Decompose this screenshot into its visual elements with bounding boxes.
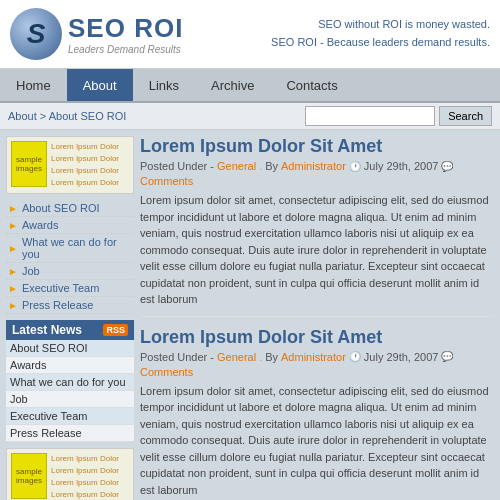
comment-icon-2: 💬	[441, 351, 453, 362]
bullet-icon: ►	[8, 283, 18, 294]
sidebar-item-press-release[interactable]: ► Press Release	[6, 297, 134, 314]
sample-box-bottom: sampleimages	[11, 453, 47, 499]
sidebar-menu: ► About SEO ROI ► Awards ► What we can d…	[6, 200, 134, 314]
post-1-author[interactable]: Administrator	[281, 160, 346, 172]
latest-news-label: Latest News	[12, 323, 82, 337]
sidebar-item-job[interactable]: ► Job	[6, 263, 134, 280]
post-2-title: Lorem Ipsum Dolor Sit Amet	[140, 327, 494, 348]
latest-news-header: Latest News RSS	[6, 320, 134, 340]
post-1-title: Lorem Ipsum Dolor Sit Amet	[140, 136, 494, 157]
logo-icon: S	[10, 8, 62, 60]
comment-icon: 💬	[441, 161, 453, 172]
nav-home[interactable]: Home	[0, 69, 67, 101]
post-2-comments[interactable]: Comments	[140, 366, 193, 378]
bullet-icon: ►	[8, 266, 18, 277]
sample-box-top: sampleimages	[11, 141, 47, 187]
search-button[interactable]: Search	[439, 106, 492, 126]
news-item-executive[interactable]: Executive Team	[6, 408, 134, 425]
post-2-category[interactable]: General	[217, 351, 256, 363]
clock-icon-2: 🕐	[349, 351, 361, 362]
sidebar-item-executive-team[interactable]: ► Executive Team	[6, 280, 134, 297]
news-item-job[interactable]: Job	[6, 391, 134, 408]
main: sampleimages Lorem Ipsum DolorLorem Ipsu…	[0, 130, 500, 500]
breadcrumb-bar: About > About SEO ROI Search	[0, 103, 500, 130]
rss-icon[interactable]: RSS	[103, 324, 128, 336]
content: Lorem Ipsum Dolor Sit Amet Posted Under …	[140, 136, 494, 500]
post-1-meta: Posted Under - General . By Administrato…	[140, 160, 494, 187]
post-1-meta-under: Posted Under -	[140, 160, 214, 172]
post-2-meta: Posted Under - General . By Administrato…	[140, 351, 494, 378]
sidebar-item-what-we-can-do[interactable]: ► What we can do for you	[6, 234, 134, 263]
nav-about[interactable]: About	[67, 69, 133, 101]
search-input[interactable]	[305, 106, 435, 126]
logo-letter: S	[27, 18, 46, 50]
news-item-awards[interactable]: Awards	[6, 357, 134, 374]
logo-area: S SEO ROI Leaders Demand Results	[10, 8, 183, 60]
sidebar: sampleimages Lorem Ipsum DolorLorem Ipsu…	[6, 136, 134, 500]
bullet-icon: ►	[8, 243, 18, 254]
nav: Home About Links Archive Contacts	[0, 69, 500, 103]
search-area: Search	[305, 106, 492, 126]
bullet-icon: ►	[8, 220, 18, 231]
news-item-about[interactable]: About SEO ROI	[6, 340, 134, 357]
post-1-body: Lorem ipsum dolor sit amet, consectetur …	[140, 192, 494, 308]
post-1: Lorem Ipsum Dolor Sit Amet Posted Under …	[140, 136, 494, 317]
post-2-body: Lorem ipsum dolor sit amet, consectetur …	[140, 383, 494, 499]
post-1-date: July 29th, 2007	[364, 160, 439, 172]
sidebar-lorem-lines-top: Lorem Ipsum DolorLorem Ipsum DolorLorem …	[51, 141, 119, 189]
tagline2: SEO ROI - Because leaders demand results…	[271, 34, 490, 52]
post-2-author[interactable]: Administrator	[281, 351, 346, 363]
logo-subtitle: Leaders Demand Results	[68, 44, 183, 55]
bullet-icon: ►	[8, 203, 18, 214]
post-2-date: July 29th, 2007	[364, 351, 439, 363]
post-1-by: By	[265, 160, 278, 172]
logo-title: SEO ROI	[68, 13, 183, 44]
sidebar-item-about-seo-roi[interactable]: ► About SEO ROI	[6, 200, 134, 217]
post-2-by: By	[265, 351, 278, 363]
latest-news-list: About SEO ROI Awards What we can do for …	[6, 340, 134, 442]
sample-image-bottom: sampleimages Lorem Ipsum DolorLorem Ipsu…	[6, 448, 134, 500]
tagline1: SEO without ROI is money wasted.	[271, 16, 490, 34]
logo-text: SEO ROI Leaders Demand Results	[68, 13, 183, 55]
nav-archive[interactable]: Archive	[195, 69, 270, 101]
breadcrumb: About > About SEO ROI	[8, 110, 126, 122]
clock-icon: 🕐	[349, 161, 361, 172]
header-taglines: SEO without ROI is money wasted. SEO ROI…	[271, 16, 490, 51]
sidebar-item-awards[interactable]: ► Awards	[6, 217, 134, 234]
header: S SEO ROI Leaders Demand Results SEO wit…	[0, 0, 500, 69]
sidebar-lorem-lines-bottom: Lorem Ipsum DolorLorem Ipsum DolorLorem …	[51, 453, 119, 500]
post-1-comments[interactable]: Comments	[140, 175, 193, 187]
sample-image-top: sampleimages Lorem Ipsum DolorLorem Ipsu…	[6, 136, 134, 194]
bullet-icon: ►	[8, 300, 18, 311]
news-item-what-we-can-do[interactable]: What we can do for you	[6, 374, 134, 391]
post-2-meta-under: Posted Under -	[140, 351, 214, 363]
post-2: Lorem Ipsum Dolor Sit Amet Posted Under …	[140, 327, 494, 501]
nav-contacts[interactable]: Contacts	[270, 69, 353, 101]
nav-links[interactable]: Links	[133, 69, 195, 101]
post-1-category[interactable]: General	[217, 160, 256, 172]
news-item-press[interactable]: Press Release	[6, 425, 134, 442]
